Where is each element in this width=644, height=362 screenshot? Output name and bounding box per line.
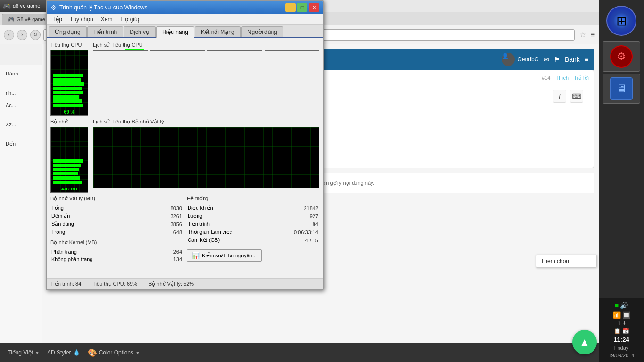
taskmgr-title: Trình quản lý Tác vụ của Windows: [59, 4, 282, 11]
user-avatar: 👤: [502, 53, 515, 66]
resource-monitor-button[interactable]: 📊 Kiểm soát Tài nguyên...: [187, 249, 262, 262]
system-label-drivers: Điều khiển: [188, 205, 271, 212]
cpu-history-graph-4: [265, 50, 320, 51]
bookmark-icon[interactable]: ☆: [579, 30, 586, 39]
stats-val-nonpaged: 134: [159, 256, 182, 263]
cpu-history-graphs: [93, 50, 319, 51]
bank-label[interactable]: Bank: [565, 56, 580, 63]
taskmgr-icon: ⚙: [50, 4, 57, 11]
memory-history-title: Lịch sử Tiêu thụ Bộ nhớ Vật lý: [93, 119, 319, 125]
sidebar-item-den[interactable]: Đến: [4, 139, 38, 149]
systray-icons-2: 📶 🔲: [613, 311, 630, 319]
reload-button[interactable]: ↻: [30, 30, 41, 40]
systray-icon-up: ⬆: [617, 321, 621, 326]
taskbar-app-1[interactable]: ⚙: [603, 41, 640, 72]
close-button[interactable]: ✕: [309, 3, 319, 12]
system-label-threads: Luồng: [188, 213, 271, 220]
menu-help[interactable]: Trợ giúp: [116, 15, 144, 24]
back-button[interactable]: ‹: [4, 30, 14, 40]
forward-button[interactable]: ›: [17, 30, 27, 40]
sidebar-item-xz[interactable]: Xz...: [4, 120, 38, 129]
systray-icon-network[interactable]: 📶: [613, 311, 621, 319]
cpu-title: Tiêu thụ CPU: [50, 42, 88, 48]
scroll-top-fab[interactable]: ▲: [572, 330, 597, 354]
sidebar-item-nho[interactable]: nh...: [4, 88, 38, 98]
system-label-commit: Cam kết (GB): [188, 237, 271, 244]
system-row-commit: Cam kết (GB) 4 / 15: [188, 237, 318, 244]
like-link[interactable]: Thích: [556, 75, 569, 81]
systray-icons-3: ⬆ ⬇: [617, 321, 626, 326]
cpu-history-graph-3: [207, 50, 262, 51]
stats-row-nonpaged: Không phân trang 134: [51, 256, 182, 263]
adstyler-icon: 💧: [73, 349, 80, 356]
tab-g8game[interactable]: 🎮 G8 về game: [2, 14, 51, 25]
tab-processes[interactable]: Tiến trình: [87, 26, 124, 37]
color-options-link[interactable]: 🎨 Color Options ▼: [88, 348, 140, 357]
stats-val-paged: 264: [159, 248, 182, 255]
sidebar-divider3: [4, 134, 38, 134]
system-tray: ■ 🔊 📶 🔲 ⬆ ⬇ 📋 📅 11:24 Friday 19/09/2014: [599, 298, 644, 362]
game-bar-label: g8 về game: [13, 3, 40, 9]
stats-label-nonpaged: Không phân trang: [51, 256, 158, 263]
tab-applications[interactable]: Ứng dụng: [49, 26, 87, 37]
taskmgr-titlebar: ⚙ Trình quản lý Tác vụ của Windows ─ □ ✕: [47, 1, 323, 14]
sidebar-divider2: [4, 115, 38, 115]
tab-performance[interactable]: Hiệu năng: [156, 26, 194, 38]
mail-icon[interactable]: ✉: [544, 56, 549, 63]
graph1-line: [125, 49, 144, 50]
reply-link-action[interactable]: Trả lời: [574, 75, 589, 81]
taskbar-icon-2: 🖥: [610, 77, 633, 100]
system-val-commit: 4 / 15: [272, 237, 318, 244]
adstyler-link[interactable]: AD Styler 💧: [47, 349, 80, 356]
sidebar-divider: [4, 83, 38, 83]
physical-memory-title: Bộ nhớ Vật lý (MB): [50, 196, 183, 202]
system-table: Điều khiển 21842 Luồng 927 Tiến trình 84…: [187, 204, 319, 245]
format-btn[interactable]: ⌨: [570, 90, 583, 103]
cpu-history-section: Lịch sử Tiêu thụ CPU: [93, 42, 319, 115]
clock-date: 19/09/2014: [608, 353, 634, 358]
stats-row-available: Sẵn dùng 3856: [51, 221, 182, 228]
minimize-button[interactable]: ─: [285, 3, 296, 12]
maximize-button[interactable]: □: [297, 3, 307, 12]
sidebar-item-danh[interactable]: Đánh: [4, 69, 38, 78]
win-taskbar: ⊞ ⚙ 🖥 ■ 🔊 📶 🔲 ⬆ ⬇ 📋 📅 11:24 F: [599, 0, 644, 362]
tab-network[interactable]: Kết nối Mạng: [195, 26, 241, 37]
menu-file[interactable]: Tệp: [49, 15, 66, 24]
sidebar-item-ac[interactable]: Ac...: [4, 100, 38, 110]
language-selector[interactable]: Tiếng Việt ▼: [8, 349, 40, 356]
taskmgr-window: ⚙ Trình quản lý Tác vụ của Windows ─ □ ✕…: [46, 0, 324, 290]
color-options-icon: 🎨: [88, 348, 97, 357]
system-row-drivers: Điều khiển 21842: [188, 205, 318, 212]
menu-options[interactable]: Tùy chọn: [66, 15, 97, 24]
tab-users[interactable]: Người dùng: [241, 26, 283, 37]
them-chon-panel: Them chon _: [536, 255, 597, 268]
systray-icons-4: 📋 📅: [614, 328, 629, 334]
memory-history-section: Lịch sử Tiêu thụ Bộ nhớ Vật lý: [93, 119, 319, 192]
cpu-history-graph-2: [150, 50, 205, 51]
them-chon-label: Them chon _: [541, 258, 574, 264]
start-button[interactable]: ⊞: [603, 2, 640, 40]
taskmgr-tabs: Ứng dụng Tiến trình Dịch vụ Hiệu năng Kế…: [47, 25, 323, 38]
status-processes: Tiến trình: 84: [50, 281, 81, 287]
windows-logo: ⊞: [606, 6, 636, 36]
stats-left: Bộ nhớ Vật lý (MB) Tổng 8030 Đêm ẩn 3261…: [50, 196, 183, 276]
user-name: GendbG: [518, 56, 539, 63]
stats-row-paged: Phân trang 264: [51, 248, 182, 255]
memory-meter-section: Bộ nhớ 4.07 GB: [50, 119, 88, 192]
resource-monitor-icon: 📊: [192, 252, 200, 259]
stats-label-paged: Phân trang: [51, 248, 158, 255]
clock-day: Friday: [614, 345, 629, 351]
systray-icon-volume[interactable]: 🔊: [620, 302, 628, 309]
menu-icon[interactable]: ≡: [585, 56, 588, 63]
kernel-section: Bộ nhớ Kernel (MB) Phân trang 264 Không …: [50, 239, 183, 263]
italic-btn[interactable]: I: [553, 90, 566, 103]
flag-icon[interactable]: ⚑: [554, 56, 560, 63]
tab-services[interactable]: Dịch vụ: [124, 26, 156, 37]
kernel-title: Bộ nhớ Kernel (MB): [50, 239, 183, 246]
menu-view[interactable]: Xem: [97, 15, 116, 24]
gend-user-info: 👤 GendbG: [502, 53, 539, 66]
taskbar-app-2[interactable]: 🖥: [603, 74, 640, 104]
browser-menu-icon[interactable]: ≡: [591, 31, 595, 39]
systray-icon-down: ⬇: [622, 321, 626, 326]
system-label-uptime: Thời gian Làm việc: [188, 229, 271, 236]
